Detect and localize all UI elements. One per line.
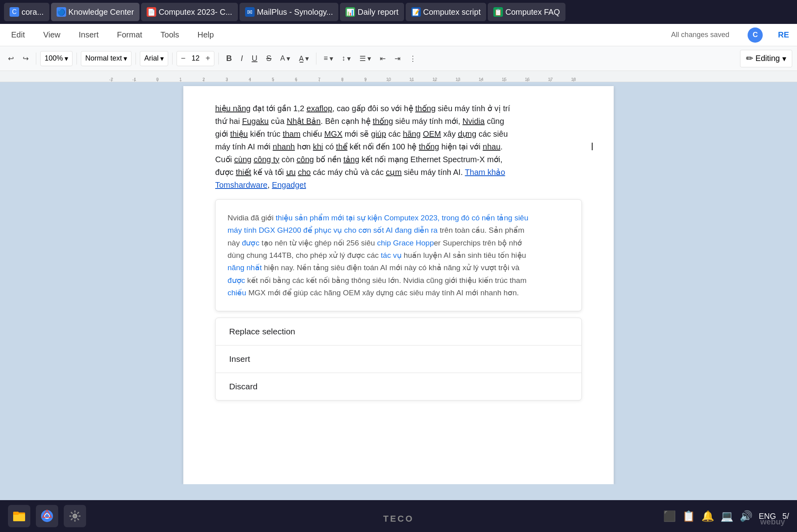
svg-line-12 xyxy=(77,518,79,520)
ruler-mark: 8 xyxy=(331,77,354,82)
zoom-select[interactable]: 100% ▾ xyxy=(40,51,73,66)
text-cursor: I xyxy=(591,138,594,156)
pencil-icon: ✏ xyxy=(746,53,753,64)
editing-chevron-icon: ▾ xyxy=(782,54,786,63)
tab-icon-cora: C xyxy=(10,7,19,17)
ai-suggestion-text: Nvidia đã giới thiệu sản phẩm mới tại sự… xyxy=(228,212,569,299)
italic-button[interactable]: I xyxy=(238,51,246,66)
ruler-mark: 14 xyxy=(469,77,493,82)
indent-increase-button[interactable]: ⇥ xyxy=(391,51,404,66)
text-nhanh: nhanh xyxy=(273,142,295,151)
ruler-mark: 16 xyxy=(516,77,539,82)
webuy-brand: webuy xyxy=(760,517,785,526)
action-buttons-box: Replace selection Insert Discard xyxy=(215,318,582,400)
svg-line-11 xyxy=(71,512,73,514)
toolbar: ↩ ↪ 100% ▾ Normal text ▾ Arial ▾ − 12 + … xyxy=(0,46,797,71)
tab-label-cora: cora... xyxy=(22,8,44,17)
text-hieu-nang: hiệu năng xyxy=(215,104,251,113)
font-select[interactable]: Arial ▾ xyxy=(140,51,168,66)
tab-icon-daily-report: 📊 xyxy=(345,7,355,17)
taskbar-bottom: ⬛ 📋 🔔 💻 🔊 ENG 5/ TECO webuy xyxy=(0,500,797,532)
text-color-button[interactable]: A ▾ xyxy=(277,51,293,66)
tab-label-daily-report: Daily report xyxy=(357,8,398,17)
indent-decrease-button[interactable]: ⇤ xyxy=(377,51,389,66)
list-button[interactable]: ☰ ▾ xyxy=(356,51,374,66)
menu-tools[interactable]: Tools xyxy=(157,29,183,41)
text-giup: giúp xyxy=(371,130,386,138)
tab-computex-script[interactable]: 📝 Computex script xyxy=(406,3,487,21)
more-options-icon: ⋮ xyxy=(409,54,416,63)
font-size-minus-button[interactable]: − xyxy=(177,51,190,66)
ai-highlight-6: được xyxy=(228,276,245,285)
text-style-select[interactable]: Normal text ▾ xyxy=(81,51,132,66)
teco-brand: TECO xyxy=(383,514,414,524)
line-spacing-button[interactable]: ↕ ▾ xyxy=(339,51,354,66)
text-thong3: thống xyxy=(419,142,439,151)
browser-tabbar: C cora... 🔵 Knowledge Center 📄 Computex … xyxy=(0,0,797,24)
text-thieu: thiệu xyxy=(230,130,248,138)
tab-label-knowledge-center: Knowledge Center xyxy=(69,8,134,17)
ruler-mark: 9 xyxy=(354,77,377,82)
strikethrough-button[interactable]: S xyxy=(263,51,275,66)
redo-button[interactable]: ↪ xyxy=(20,51,32,66)
text-tham-khao[interactable]: Tham khảo Tomshardware xyxy=(215,168,505,189)
highlight-color-button[interactable]: A̲ ▾ xyxy=(296,51,312,66)
menu-help[interactable]: Help xyxy=(194,29,217,41)
ai-highlight-5: năng nhất xyxy=(228,263,262,272)
tab-label-computex-2023: Computex 2023- C... xyxy=(159,8,232,17)
text-color-icon: A xyxy=(280,54,285,63)
tab-cora[interactable]: C cora... xyxy=(4,3,49,21)
zoom-value: 100% xyxy=(45,54,63,63)
tab-icon-mailplus: ✉ xyxy=(245,7,255,17)
text-engadget[interactable]: Engadget xyxy=(272,181,306,189)
ruler-mark: 13 xyxy=(446,77,469,82)
align-button[interactable]: ≡ ▾ xyxy=(320,51,336,66)
more-options-button[interactable]: ⋮ xyxy=(406,51,420,66)
menu-edit[interactable]: Edit xyxy=(8,29,28,41)
tab-computex-2023[interactable]: 📄 Computex 2023- C... xyxy=(141,3,238,21)
replace-selection-button[interactable]: Replace selection xyxy=(216,318,581,346)
taskbar-chrome[interactable] xyxy=(36,505,58,527)
text-oem: OEM xyxy=(423,130,441,138)
tab-knowledge-center[interactable]: 🔵 Knowledge Center xyxy=(51,3,140,21)
taskbar-settings[interactable] xyxy=(64,505,86,527)
tab-daily-report[interactable]: 📊 Daily report xyxy=(340,3,404,21)
discard-button[interactable]: Discard xyxy=(216,373,581,400)
indent-decrease-icon: ⇤ xyxy=(380,54,386,63)
text-cung: cùng xyxy=(234,155,251,164)
menu-insert[interactable]: Insert xyxy=(75,29,102,41)
ruler-mark: 18 xyxy=(562,77,585,82)
document-paragraph[interactable]: hiệu năng đạt tới gần 1,2 exaflop, cao g… xyxy=(215,102,582,191)
divider-4 xyxy=(172,53,173,65)
undo-button[interactable]: ↩ xyxy=(5,51,17,66)
divider-3 xyxy=(135,53,136,65)
svg-point-6 xyxy=(73,514,77,518)
menu-view[interactable]: View xyxy=(40,29,63,41)
align-chevron-icon: ▾ xyxy=(330,54,333,63)
editing-dropdown[interactable]: ✏ Editing ▾ xyxy=(740,50,792,67)
taskbar-file-explorer[interactable] xyxy=(8,505,30,527)
ruler-mark: 10 xyxy=(377,77,400,82)
ruler-mark: 3 xyxy=(215,77,238,82)
doc-text-paragraph1: hiệu năng đạt tới gần 1,2 exaflop, cao g… xyxy=(215,102,582,191)
insert-button[interactable]: Insert xyxy=(216,346,581,373)
bold-button[interactable]: B xyxy=(223,51,235,66)
font-size-plus-button[interactable]: + xyxy=(202,51,214,66)
ai-highlight-4: tác vụ xyxy=(381,251,402,259)
text-uu: ưu xyxy=(286,168,296,177)
ruler-mark: 11 xyxy=(400,77,423,82)
menu-format[interactable]: Format xyxy=(114,29,145,41)
tab-computex-faq[interactable]: 📋 Computex FAQ xyxy=(488,3,565,21)
avatar[interactable]: C xyxy=(748,27,763,43)
text-fugaku: Fugaku xyxy=(242,117,269,126)
document-page: hiệu năng đạt tới gần 1,2 exaflop, cao g… xyxy=(183,86,614,484)
highlight-color-icon: A̲ xyxy=(299,54,304,63)
text-hang: hãng xyxy=(403,130,421,138)
tab-mailplus[interactable]: ✉ MailPlus - Synology... xyxy=(239,3,339,21)
text-nvidia: Nvidia xyxy=(463,117,485,126)
re-button[interactable]: RE xyxy=(778,30,789,39)
text-color-chevron-icon: ▾ xyxy=(287,54,290,63)
ruler-mark: 7 xyxy=(308,77,331,82)
ruler-mark: 12 xyxy=(423,77,446,82)
underline-button[interactable]: U xyxy=(248,51,260,66)
